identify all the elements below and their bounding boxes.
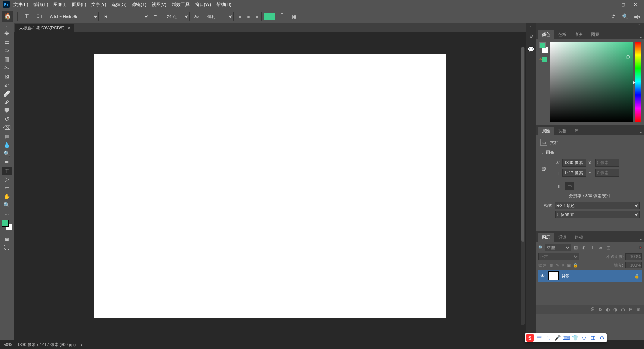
lock-position-icon[interactable]: ✥ xyxy=(561,263,565,268)
layer-item-background[interactable]: 👁 背景 🔒 xyxy=(538,270,642,282)
hue-slider-handle[interactable]: ▶ xyxy=(633,80,636,84)
menu-layer[interactable]: 图层(L) xyxy=(72,1,86,8)
foreground-background-colors[interactable] xyxy=(2,220,12,230)
brush-tool[interactable]: 🖌 xyxy=(2,98,12,106)
object-select-tool[interactable]: ▥ xyxy=(2,55,12,63)
dodge-tool[interactable]: 🔍 xyxy=(2,150,12,157)
new-layer-icon[interactable]: ⊞ xyxy=(629,307,633,312)
type-tool[interactable]: T xyxy=(2,167,12,174)
lasso-tool[interactable]: ⊃ xyxy=(2,47,12,54)
ime-tools-icon[interactable]: ▦ xyxy=(590,335,596,341)
gradient-tool[interactable]: ▤ xyxy=(2,132,12,140)
filter-smartobject-icon[interactable]: ◫ xyxy=(605,244,612,251)
filter-image-icon[interactable]: ▨ xyxy=(572,244,579,251)
ime-punct-icon[interactable]: °, xyxy=(545,335,552,341)
foreground-color[interactable] xyxy=(2,220,9,227)
panel-menu-icon[interactable]: ≡ xyxy=(640,131,642,135)
brushes-panel-icon[interactable]: ⎋ xyxy=(527,32,535,40)
current-tool-indicator[interactable]: T xyxy=(21,11,32,22)
group-icon[interactable]: 🗀 xyxy=(621,307,625,312)
filter-toggle[interactable] xyxy=(639,246,642,249)
font-style-select[interactable]: R xyxy=(101,12,149,21)
opacity-input[interactable] xyxy=(625,253,642,260)
layer-mask-icon[interactable]: ◐ xyxy=(606,307,610,312)
move-tool[interactable]: ✥ xyxy=(2,29,12,37)
filter-shape-icon[interactable]: ▱ xyxy=(597,244,604,251)
adjustment-layer-icon[interactable]: ◑ xyxy=(613,307,617,312)
panel-menu-icon[interactable]: ≡ xyxy=(640,34,642,39)
eraser-tool[interactable]: ⌫ xyxy=(2,124,12,132)
tab-swatches[interactable]: 色板 xyxy=(555,30,570,39)
gamut-warning-icon[interactable]: ⚠ xyxy=(539,57,542,61)
marquee-tool[interactable]: ▭ xyxy=(2,38,12,46)
pen-tool[interactable]: ✒ xyxy=(2,158,12,166)
align-right-button[interactable]: ≡ xyxy=(253,12,262,21)
lock-all-icon[interactable]: 🔒 xyxy=(573,263,578,268)
menu-select[interactable]: 选择(S) xyxy=(111,1,126,8)
document-dimensions[interactable]: 1890 像素 x 1417 像素 (300 ppi) xyxy=(17,342,76,348)
orientation-portrait-button[interactable]: ▯ xyxy=(555,182,564,190)
frame-tool[interactable]: ⊠ xyxy=(2,72,12,80)
visibility-toggle-icon[interactable]: 👁 xyxy=(540,273,545,279)
clone-tool[interactable]: ⛊ xyxy=(2,107,12,114)
fill-input[interactable] xyxy=(625,262,642,268)
layer-lock-icon[interactable]: 🔒 xyxy=(634,274,640,279)
menu-view[interactable]: 视图(V) xyxy=(152,1,167,8)
ime-link-icon[interactable]: ⬭ xyxy=(581,335,587,341)
status-chevron-icon[interactable]: › xyxy=(81,342,82,347)
lock-pixels-icon[interactable]: ▩ xyxy=(550,263,553,268)
home-button[interactable]: 🏠 xyxy=(2,11,13,22)
edit-toolbar-button[interactable]: … xyxy=(2,210,12,217)
antialias-select[interactable]: 锐利 xyxy=(204,12,234,21)
healing-tool[interactable]: 🩹 xyxy=(2,89,12,97)
ime-toolbar[interactable]: S 中 °, 🎤 ⌨ 👕 ⬭ ▦ ⚙ xyxy=(525,333,607,342)
tab-patterns[interactable]: 图案 xyxy=(587,30,603,39)
menu-image[interactable]: 图像(I) xyxy=(53,1,66,8)
websafe-swatch[interactable] xyxy=(542,57,547,62)
link-layers-icon[interactable]: ⛓ xyxy=(591,307,595,312)
width-value[interactable]: 1890 像素 xyxy=(562,159,586,167)
tab-layers[interactable]: 图层 xyxy=(538,233,554,242)
close-button[interactable]: ✕ xyxy=(629,2,641,7)
tab-gradients[interactable]: 渐变 xyxy=(571,30,587,39)
align-left-button[interactable]: ≡ xyxy=(236,12,244,21)
ime-keyboard-icon[interactable]: ⌨ xyxy=(563,335,569,341)
orientation-landscape-button[interactable]: ▭ xyxy=(565,182,574,190)
comments-panel-icon[interactable]: 💬 xyxy=(527,45,535,53)
share-button[interactable]: ⚗ xyxy=(608,12,618,21)
search-button[interactable]: 🔍 xyxy=(620,12,630,21)
tab-adjustments[interactable]: 调整 xyxy=(555,127,570,135)
ime-mode-button[interactable]: 中 xyxy=(536,334,543,341)
dock-expand-icon[interactable]: « xyxy=(530,25,532,28)
bit-depth-select[interactable]: 8 位/通道 xyxy=(555,211,640,218)
canvas[interactable] xyxy=(94,54,446,318)
layer-filter-kind-select[interactable]: 类型 xyxy=(545,244,571,251)
align-center-button[interactable]: ≡ xyxy=(244,12,253,21)
maximize-button[interactable]: ▢ xyxy=(617,2,629,7)
menu-plugins[interactable]: 增效工具 xyxy=(172,1,190,8)
blur-tool[interactable]: 💧 xyxy=(2,141,12,149)
tab-libraries[interactable]: 库 xyxy=(571,127,583,135)
crop-tool[interactable]: ✂ xyxy=(2,64,12,72)
chevron-down-icon[interactable]: ⌄ xyxy=(540,150,544,155)
history-brush-tool[interactable]: ↺ xyxy=(2,115,12,123)
tab-properties[interactable]: 属性 xyxy=(538,127,554,135)
link-wh-icon[interactable]: ⛓ xyxy=(542,167,546,171)
panels-collapse-icon[interactable]: » xyxy=(536,23,644,28)
vertical-scrollbar[interactable] xyxy=(521,47,525,325)
tab-paths[interactable]: 路径 xyxy=(571,233,587,242)
tab-channels[interactable]: 通道 xyxy=(555,233,570,242)
document-tab[interactable]: 未标题-1 @ 50%(RGB/8) × xyxy=(15,24,74,32)
delete-layer-icon[interactable]: 🗑 xyxy=(637,307,641,312)
font-size-select[interactable]: 24 点 xyxy=(164,12,190,21)
lock-brush-icon[interactable]: ✎ xyxy=(556,263,559,268)
panel-menu-icon[interactable]: ≡ xyxy=(640,237,642,242)
ime-logo-icon[interactable]: S xyxy=(526,334,534,342)
ime-settings-icon[interactable]: ⚙ xyxy=(599,335,605,341)
workspace-button[interactable]: ▣▾ xyxy=(632,12,642,21)
tab-color[interactable]: 颜色 xyxy=(538,30,554,39)
scrollbar-thumb[interactable] xyxy=(521,47,524,242)
shape-tool[interactable]: ▭ xyxy=(2,184,12,192)
layer-name[interactable]: 背景 xyxy=(562,273,570,279)
screen-mode-button[interactable]: ⛶ xyxy=(2,243,12,251)
